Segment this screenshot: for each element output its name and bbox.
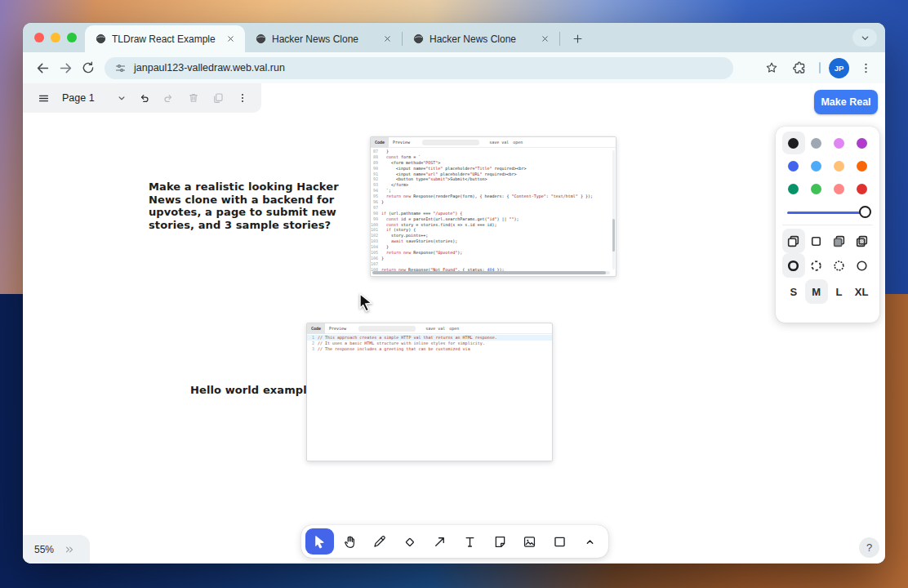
code-text: }	[381, 149, 389, 154]
tab-label: Hacker News Clone	[430, 33, 533, 45]
minimize-window-button[interactable]	[51, 33, 60, 42]
tool-asset-button[interactable]	[516, 528, 545, 555]
zoom-menu[interactable]: 55%	[23, 535, 90, 564]
horizontal-scrollbar-thumb[interactable]	[372, 271, 606, 274]
forward-button[interactable]	[54, 56, 77, 79]
zoom-level[interactable]: 55%	[34, 544, 54, 555]
size-xl-button[interactable]: XL	[850, 279, 873, 304]
code-window-link[interactable]: open	[513, 140, 523, 145]
code-window-tab-code[interactable]: Code	[307, 323, 325, 334]
tab-label: Hacker News Clone	[272, 33, 376, 45]
fill-none-button[interactable]	[782, 229, 805, 253]
tool-draw-button[interactable]	[366, 528, 394, 555]
delete-button[interactable]	[181, 86, 206, 110]
tool-note-button[interactable]	[486, 528, 514, 555]
code-window-tab-preview[interactable]: Preview	[325, 323, 350, 334]
dash-draw-button[interactable]	[850, 253, 873, 278]
main-menu-icon[interactable]	[31, 86, 56, 110]
duplicate-button[interactable]	[206, 86, 230, 110]
tldraw-canvas[interactable]: Page 1 Make Real	[23, 83, 885, 564]
dash-solid-button[interactable]	[782, 253, 805, 278]
page-title[interactable]: Page 1	[62, 92, 95, 104]
code-window-tab-preview[interactable]: Preview	[389, 137, 414, 148]
reload-button[interactable]	[77, 56, 100, 79]
tool-select-button[interactable]	[305, 528, 334, 555]
color-swatch[interactable]	[850, 131, 873, 154]
color-swatch[interactable]	[828, 177, 851, 200]
browser-menu-icon[interactable]	[854, 56, 877, 79]
code-preview-window-2[interactable]: CodePreviewsave valopen1// This approach…	[306, 323, 553, 461]
color-swatch[interactable]	[805, 131, 828, 154]
fill-pattern-button[interactable]	[850, 229, 873, 253]
tool-eraser-button[interactable]	[395, 528, 424, 555]
color-swatch[interactable]	[782, 154, 805, 177]
tool-hand-button[interactable]	[336, 528, 364, 555]
color-swatch[interactable]	[828, 154, 851, 177]
code-text: <button type="submit">Submit</button>	[381, 176, 487, 182]
vertical-scrollbar-thumb[interactable]	[612, 219, 615, 252]
opacity-slider[interactable]	[786, 205, 870, 220]
tool-rectangle-button[interactable]	[545, 528, 574, 555]
fill-solid-button[interactable]	[828, 229, 851, 253]
code-window-link[interactable]: save val	[425, 326, 445, 331]
color-swatch[interactable]	[850, 154, 873, 177]
color-swatch[interactable]	[782, 131, 805, 154]
url-text[interactable]: janpaul123-valledraw.web.val.run	[134, 62, 285, 74]
make-real-button[interactable]: Make Real	[814, 90, 878, 114]
bookmark-star-icon[interactable]	[760, 56, 783, 79]
color-swatch[interactable]	[828, 131, 851, 154]
chevron-down-icon[interactable]	[116, 92, 127, 104]
line-number: 98	[371, 211, 381, 216]
tab-close-button[interactable]	[381, 33, 394, 46]
tab-close-button[interactable]	[224, 33, 237, 46]
tool-arrow-button[interactable]	[425, 528, 454, 555]
help-button[interactable]: ?	[859, 537, 879, 558]
address-bar[interactable]: janpaul123-valledraw.web.val.run	[105, 57, 733, 79]
undo-button[interactable]	[132, 86, 157, 110]
code-window-tab-code[interactable]: Code	[371, 137, 389, 148]
code-line: 87 }	[371, 149, 616, 154]
dash-dashed-button[interactable]	[805, 253, 828, 278]
zoom-window-button[interactable]	[67, 33, 77, 42]
canvas-text-hello[interactable]: Hello world example	[190, 384, 314, 397]
browser-tab[interactable]: TLDraw React Example	[85, 25, 245, 52]
vertical-scrollbar[interactable]	[612, 150, 615, 270]
val-name-field[interactable]	[358, 326, 416, 332]
code-preview-window-1[interactable]: CodePreviewsave valopen87 }88 const form…	[370, 136, 616, 277]
profile-avatar[interactable]: JP	[829, 58, 849, 78]
color-swatch[interactable]	[782, 177, 805, 200]
expand-chevrons-icon[interactable]	[64, 544, 75, 555]
val-name-field[interactable]	[422, 140, 479, 145]
code-editor[interactable]: 87 }88 const form = `89 <form method="PO…	[371, 149, 616, 276]
code-window-link[interactable]: save val	[489, 140, 509, 145]
dash-dotted-button[interactable]	[828, 253, 851, 278]
back-button[interactable]	[31, 56, 54, 79]
tool-text-button[interactable]	[456, 528, 484, 555]
new-tab-button[interactable]	[567, 28, 588, 49]
extensions-icon[interactable]	[788, 56, 811, 79]
tab-search-button[interactable]	[852, 29, 877, 47]
line-number: 104	[371, 244, 381, 250]
redo-button[interactable]	[157, 86, 181, 110]
canvas-text-prompt[interactable]: Make a realistic looking Hacker News clo…	[149, 180, 359, 231]
size-l-button[interactable]: L	[828, 279, 851, 304]
code-text: `;	[381, 188, 391, 194]
opacity-slider-knob[interactable]	[859, 206, 871, 218]
browser-tab[interactable]: Hacker News Clone	[245, 25, 402, 52]
color-swatch[interactable]	[805, 177, 828, 200]
tool-more-button[interactable]	[576, 528, 604, 555]
size-s-button[interactable]: S	[782, 279, 805, 304]
close-window-button[interactable]	[34, 33, 44, 42]
code-window-link[interactable]: open	[449, 326, 459, 331]
site-settings-icon[interactable]	[114, 62, 127, 74]
tab-close-button[interactable]	[538, 33, 551, 46]
browser-tab[interactable]: Hacker News Clone	[403, 25, 559, 52]
code-editor[interactable]: 1// This approach creates a simple HTTP …	[307, 335, 552, 461]
size-m-button[interactable]: M	[805, 279, 828, 304]
menu-kebab-icon[interactable]	[230, 86, 255, 110]
mouse-cursor	[357, 292, 375, 317]
browser-toolbar: janpaul123-valledraw.web.val.run JP	[23, 52, 885, 83]
color-swatch[interactable]	[850, 177, 873, 200]
fill-semi-button[interactable]	[805, 229, 828, 253]
color-swatch[interactable]	[805, 154, 828, 177]
